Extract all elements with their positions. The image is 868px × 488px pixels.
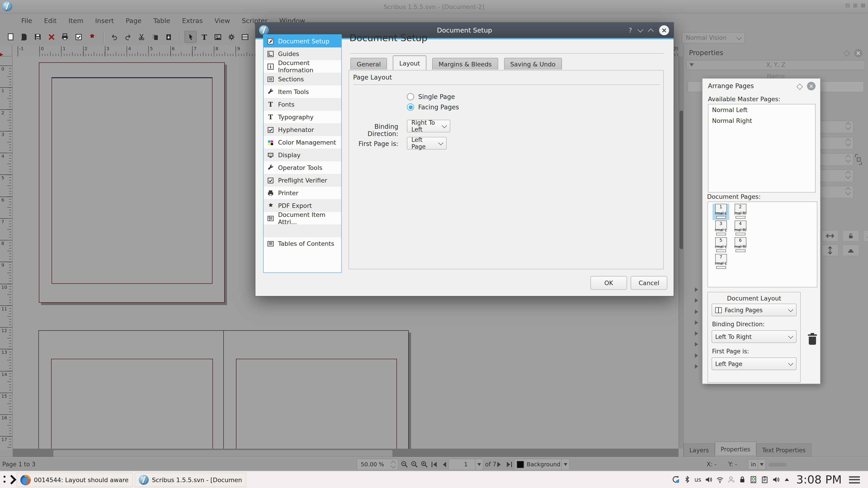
dialog-shade-icon[interactable] bbox=[638, 26, 643, 32]
last-page-icon[interactable] bbox=[504, 460, 514, 468]
binding-direction-dropdown[interactable]: Right To Left bbox=[407, 120, 450, 132]
tab-layout[interactable]: Layout bbox=[393, 56, 426, 70]
dialog-maximize-icon[interactable] bbox=[648, 28, 653, 34]
delete-page-trash-icon[interactable] bbox=[807, 333, 817, 345]
radio-unchecked-icon[interactable] bbox=[407, 93, 414, 100]
ok-button[interactable]: OK bbox=[590, 276, 627, 290]
sidebar-item-printer[interactable]: Printer bbox=[264, 187, 341, 199]
menu-view[interactable]: View bbox=[209, 17, 236, 24]
paste-button[interactable] bbox=[162, 31, 175, 43]
user-status-icon[interactable] bbox=[727, 476, 735, 483]
page-thumbnail-3[interactable]: 3rmal L bbox=[712, 220, 729, 236]
page-spinner-arrow[interactable] bbox=[475, 459, 483, 470]
clipboard-icon[interactable] bbox=[761, 476, 769, 483]
menu-page[interactable]: Page bbox=[120, 17, 147, 24]
maximize-icon[interactable]: ⊞ bbox=[853, 2, 858, 8]
sidebar-item-typography[interactable]: TTypography bbox=[264, 111, 341, 123]
clock[interactable]: 3:08 PM bbox=[796, 473, 842, 486]
first-page-dropdown[interactable]: Left Page bbox=[407, 137, 447, 150]
sidebar-item-tables-of-contents[interactable]: Tables of Contents bbox=[264, 237, 341, 250]
panel-menu-icon[interactable] bbox=[849, 476, 860, 484]
page-thumbnail-4[interactable]: 4mal Ri bbox=[732, 220, 749, 236]
panel-close-icon[interactable]: × bbox=[854, 49, 863, 57]
page-thumbnail-5[interactable]: 5rmal L bbox=[712, 237, 729, 253]
page-thumbnail-1[interactable]: 1rmal L bbox=[712, 203, 729, 220]
wifi-icon[interactable] bbox=[716, 476, 724, 483]
sidebar-item-display[interactable]: Display bbox=[264, 149, 341, 161]
page-thumbnail-6[interactable]: 6mal Ri bbox=[732, 237, 749, 253]
lock-icon[interactable] bbox=[739, 476, 746, 483]
window-controls[interactable]: ⊟⊞⊠ bbox=[845, 2, 865, 8]
panel-close-icon[interactable]: × bbox=[807, 82, 815, 90]
vertical-scrollbar[interactable] bbox=[678, 57, 683, 449]
sidebar-item-sections[interactable]: Sections bbox=[264, 73, 341, 86]
radio-option-facing-pages[interactable]: Facing Pages bbox=[407, 103, 459, 111]
page-thumbnail-2[interactable]: 2mal Ri bbox=[732, 203, 749, 220]
radio-checked-icon[interactable] bbox=[407, 103, 414, 111]
menu-item[interactable]: Item bbox=[63, 17, 89, 24]
sidebar-item-operator-tools[interactable]: Operator Tools bbox=[264, 161, 341, 174]
menu-edit[interactable]: Edit bbox=[38, 17, 63, 24]
layer-selector[interactable]: Background bbox=[514, 458, 569, 470]
sidebar-item-document-item-attri-[interactable]: Document Item Attri... bbox=[264, 212, 341, 225]
dialog-help-icon[interactable]: ? bbox=[629, 27, 632, 34]
radio-option-single-page[interactable]: Single Page bbox=[407, 93, 455, 101]
unit-selector-arrow[interactable] bbox=[758, 459, 765, 469]
menu-insert[interactable]: Insert bbox=[89, 17, 120, 24]
xyz-section-header[interactable]: X, Y, Z bbox=[686, 60, 865, 70]
tab-general[interactable]: General bbox=[350, 58, 387, 70]
device-notifier-icon[interactable] bbox=[749, 476, 757, 483]
float-panel-icon[interactable] bbox=[797, 84, 803, 90]
tab-saving-undo[interactable]: Saving & Undo bbox=[504, 58, 562, 70]
preflight-verifier-button[interactable] bbox=[72, 31, 85, 43]
sidebar-item-fonts[interactable]: TFonts bbox=[264, 98, 341, 111]
page-mode-dropdown[interactable]: Facing Pages bbox=[712, 304, 797, 316]
current-page-spinner[interactable]: 1 bbox=[448, 458, 483, 470]
image-frame-button[interactable] bbox=[212, 31, 224, 43]
volume-icon[interactable] bbox=[772, 476, 780, 483]
sidebar-item-item-tools[interactable]: Item Tools bbox=[264, 86, 341, 98]
vision-dropdown[interactable]: Normal Vision bbox=[682, 32, 745, 43]
first-page-icon[interactable] bbox=[430, 460, 439, 468]
table-button[interactable] bbox=[239, 31, 251, 43]
pdf-export-button[interactable] bbox=[86, 31, 98, 43]
layer-selector-arrow[interactable] bbox=[561, 459, 569, 470]
unit-selector[interactable]: in bbox=[748, 459, 766, 470]
minimize-icon[interactable]: ⊟ bbox=[845, 2, 850, 8]
zoom-in-icon[interactable] bbox=[420, 460, 429, 468]
sidebar-item-preflight-verifier[interactable]: Preflight Verifier bbox=[264, 174, 341, 187]
menu-file[interactable]: File bbox=[16, 17, 38, 24]
volume-icon[interactable] bbox=[705, 476, 712, 483]
binding-direction-dropdown[interactable]: Left To Right bbox=[712, 330, 797, 343]
close-button[interactable] bbox=[45, 31, 57, 43]
vertical-ruler[interactable]: 01234567891011121314151617 bbox=[0, 57, 12, 449]
undo-button[interactable] bbox=[108, 31, 120, 43]
zoom-out-icon[interactable] bbox=[400, 460, 409, 468]
panel-tab-text-properties[interactable]: Text Properties bbox=[756, 443, 811, 457]
master-page-normal-right[interactable]: Normal Right bbox=[708, 115, 815, 126]
print-button[interactable] bbox=[59, 31, 71, 43]
task-button-firefox[interactable]: 0014544: Layout should aware of... bbox=[16, 473, 133, 487]
previous-page-icon[interactable] bbox=[440, 460, 449, 468]
close-icon[interactable]: ⊠ bbox=[861, 2, 865, 8]
cancel-button[interactable]: Cancel bbox=[631, 276, 667, 290]
sidebar-item-document-setup[interactable]: Document Setup bbox=[264, 35, 341, 47]
sidebar-item-color-management[interactable]: Color Management bbox=[264, 136, 341, 149]
save-button[interactable] bbox=[32, 31, 44, 43]
copy-button[interactable] bbox=[149, 31, 161, 43]
sidebar-item-guides[interactable]: Guides bbox=[264, 47, 341, 60]
app-launcher-icon[interactable] bbox=[4, 475, 16, 485]
float-panel-icon[interactable] bbox=[844, 50, 850, 57]
select-button[interactable] bbox=[184, 31, 197, 43]
next-page-icon[interactable] bbox=[495, 460, 504, 468]
master-page-normal-left[interactable]: Normal Left bbox=[708, 104, 815, 115]
horizontal-scrollbar[interactable] bbox=[12, 449, 678, 457]
sidebar-item-pdf-export[interactable]: PDF Export bbox=[264, 199, 341, 212]
zoom-default-icon[interactable] bbox=[410, 460, 418, 468]
menu-extras[interactable]: Extras bbox=[176, 17, 209, 24]
menu-table[interactable]: Table bbox=[147, 17, 176, 24]
first-page-dropdown[interactable]: Left Page bbox=[712, 357, 797, 370]
zoom-level-spinner[interactable]: 50.00 % bbox=[357, 458, 398, 470]
dialog-close-icon[interactable]: × bbox=[659, 25, 669, 35]
update-notifier-icon[interactable] bbox=[672, 475, 680, 484]
